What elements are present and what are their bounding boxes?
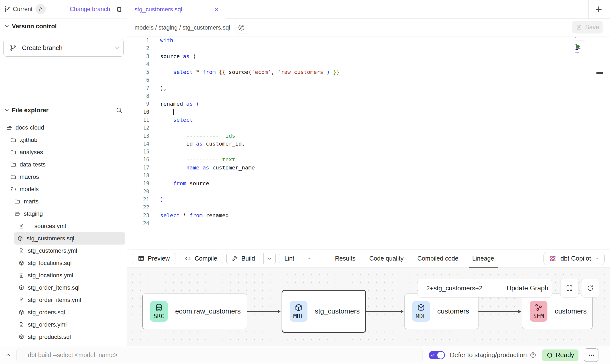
- file-row-models[interactable]: models: [0, 183, 127, 195]
- copilot-label: dbt Copilot: [560, 255, 591, 262]
- file-row-analyses[interactable]: analyses: [0, 146, 127, 158]
- build-button[interactable]: Build: [226, 253, 276, 264]
- save-button[interactable]: Save: [572, 21, 603, 33]
- code-line[interactable]: [152, 148, 596, 156]
- build-main[interactable]: Build: [227, 253, 260, 264]
- lineage-node-customers[interactable]: SEM customers: [522, 294, 593, 329]
- code-line[interactable]: select * from {{ source('ecom', 'raw_cus…: [152, 68, 596, 76]
- compile-button[interactable]: Compile: [179, 253, 223, 264]
- file-row-__sources.yml[interactable]: __sources.yml: [0, 220, 127, 232]
- folder-icon: [10, 137, 16, 143]
- code-line[interactable]: [152, 219, 596, 227]
- tab-lineage[interactable]: Lineage: [472, 249, 494, 268]
- save-label: Save: [585, 24, 599, 31]
- file-row-stg_locations.sql[interactable]: stg_locations.sql: [0, 257, 127, 269]
- tab-results[interactable]: Results: [335, 249, 356, 268]
- tab-code-quality[interactable]: Code quality: [369, 249, 404, 268]
- code-line[interactable]: [152, 203, 596, 211]
- build-caret[interactable]: [263, 253, 275, 264]
- file-row-staging[interactable]: staging: [0, 208, 127, 220]
- code-line[interactable]: source as (: [152, 52, 596, 60]
- code-line[interactable]: ),: [152, 84, 596, 92]
- copilot-compass-button[interactable]: [236, 22, 247, 33]
- file-row-macros[interactable]: macros: [0, 171, 127, 183]
- code-line[interactable]: select * from renamed: [152, 212, 596, 219]
- version-control-header[interactable]: Version control: [0, 21, 127, 32]
- code-line[interactable]: ---------- ids: [152, 132, 596, 140]
- file-explorer-header[interactable]: File explorer: [0, 104, 127, 116]
- file-row-stg_orders.sql[interactable]: stg_orders.sql: [0, 306, 127, 318]
- lineage-canvas[interactable]: SEM customers MDL customers MDL stg_cust…: [127, 268, 610, 346]
- change-branch-link[interactable]: Change branch: [70, 6, 110, 13]
- file-row-stg_orders.yml[interactable]: stg_orders.yml: [0, 318, 127, 331]
- code-line[interactable]: select: [152, 116, 596, 124]
- search-icon[interactable]: [116, 107, 122, 114]
- file-row-stg_order_items.yml[interactable]: stg_order_items.yml: [0, 294, 127, 306]
- file-row-marts[interactable]: marts: [0, 195, 127, 208]
- fullscreen-button[interactable]: [560, 279, 578, 298]
- close-icon[interactable]: [214, 6, 220, 12]
- folder-icon: [10, 174, 16, 180]
- code-line[interactable]: [152, 188, 596, 196]
- help-icon[interactable]: [530, 352, 536, 358]
- file-row-stg_products.sql[interactable]: stg_products.sql: [0, 331, 127, 343]
- editor-scrollbar[interactable]: [596, 36, 603, 249]
- code-line[interactable]: with: [152, 36, 596, 44]
- network-icon: [534, 303, 543, 312]
- file-row-stg_customers.sql[interactable]: stg_customers.sql: [14, 232, 125, 245]
- lineage-node-stg_customers[interactable]: MDL stg_customers: [282, 290, 366, 333]
- code-line[interactable]: [152, 124, 596, 132]
- code-line[interactable]: renamed as (: [152, 100, 596, 108]
- lineage-node-ecom.raw_customers[interactable]: SRC ecom.raw_customers: [142, 294, 247, 329]
- code-line[interactable]: name as customer_name: [152, 164, 596, 172]
- code-line[interactable]: [152, 92, 596, 100]
- code-editor[interactable]: 123456789101112131415161718192021222324 …: [127, 36, 603, 249]
- chevron-down-icon: [594, 256, 599, 261]
- code-line[interactable]: [152, 60, 596, 68]
- code-line[interactable]: [152, 108, 596, 116]
- create-branch-caret[interactable]: [110, 39, 123, 56]
- new-tab-button[interactable]: [594, 4, 604, 14]
- dbt-copilot-button[interactable]: dbt Copilot: [543, 252, 605, 265]
- code-line[interactable]: [152, 76, 596, 84]
- lint-button[interactable]: Lint: [279, 253, 315, 264]
- command-input[interactable]: dbt build --select <model_name>: [16, 348, 423, 362]
- defer-toggle[interactable]: [429, 351, 445, 359]
- tab-stg_customers[interactable]: stg_customers.sql: [127, 0, 226, 19]
- lint-caret[interactable]: [303, 253, 315, 264]
- code-line[interactable]: from source: [152, 180, 596, 187]
- code-line[interactable]: id as customer_id,: [152, 140, 596, 148]
- line-number-gutter: 123456789101112131415161718192021222324: [127, 36, 149, 227]
- code-line[interactable]: ): [152, 196, 596, 203]
- folder-icon: [10, 162, 16, 167]
- lineage-node-customers[interactable]: MDL customers: [405, 294, 478, 329]
- lineage-selector-input[interactable]: 2+stg_customers+2: [418, 279, 503, 297]
- fullscreen-icon: [566, 284, 573, 292]
- create-branch-main[interactable]: Create branch: [4, 39, 110, 56]
- file-row-docs-cloud[interactable]: docs-cloud: [0, 121, 127, 134]
- model-icon: [18, 285, 24, 291]
- tab-compiled-code[interactable]: Compiled code: [417, 249, 458, 268]
- file-icon: [18, 248, 24, 254]
- file-row-data-tests[interactable]: data-tests: [0, 158, 127, 171]
- file-row-stg_order_items.sql[interactable]: stg_order_items.sql: [0, 281, 127, 294]
- lint-main[interactable]: Lint: [279, 253, 299, 264]
- create-branch-button[interactable]: Create branch: [3, 39, 124, 57]
- file-row-stg_locations.yml[interactable]: stg_locations.yml: [0, 269, 127, 281]
- more-options-button[interactable]: [584, 348, 598, 362]
- file-row-stg_customers.yml[interactable]: stg_customers.yml: [0, 245, 127, 257]
- preview-button[interactable]: Preview: [132, 253, 175, 264]
- code-line[interactable]: [152, 44, 596, 52]
- refresh-button[interactable]: [581, 279, 599, 298]
- file-row-.github[interactable]: .github: [0, 134, 127, 146]
- editor-toolbar: Preview Compile Build Lint ResultsCode q…: [127, 249, 610, 268]
- code-line[interactable]: [152, 172, 596, 180]
- command-placeholder: dbt build --select <model_name>: [28, 351, 118, 359]
- copy-icon[interactable]: [115, 6, 122, 13]
- lineage-edge: [247, 311, 280, 312]
- expand-panel-button[interactable]: [0, 352, 16, 358]
- scrollbar-thumb[interactable]: [596, 72, 603, 74]
- code-lines[interactable]: withsource as ( select * from {{ source(…: [152, 36, 596, 227]
- code-line[interactable]: ---------- text: [152, 156, 596, 164]
- update-graph-button[interactable]: Update Graph: [503, 279, 552, 297]
